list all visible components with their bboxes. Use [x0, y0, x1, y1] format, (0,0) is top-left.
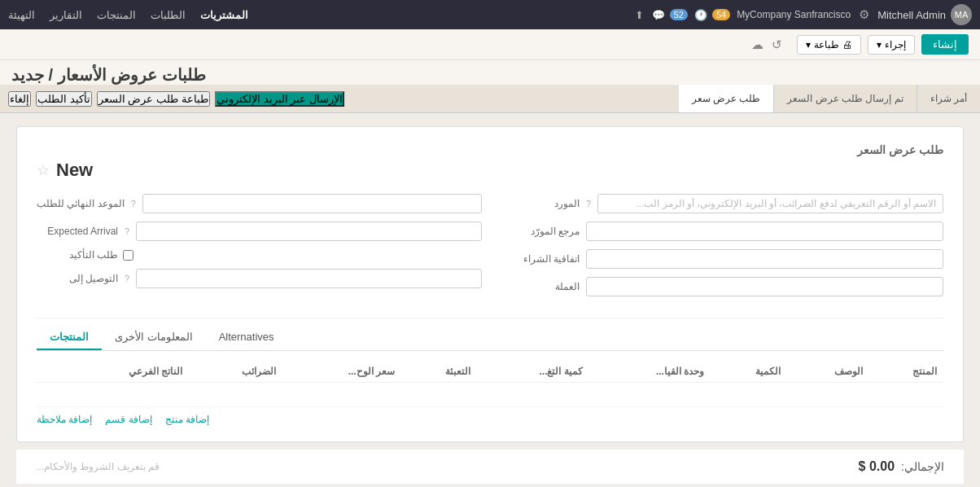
breadcrumb-purchase-order[interactable]: أمر شراء — [917, 85, 980, 112]
tab-products[interactable]: المنتجات — [37, 325, 102, 350]
print-rfq-button[interactable]: طباعة طلب عرض السعر — [97, 91, 210, 107]
top-navigation: MA Mitchell Admin ⚙ MyCompany Sanfrancis… — [0, 0, 980, 29]
send-email-button[interactable]: الإرسال عبر البريد الإلكتروني — [215, 91, 344, 107]
col-actions — [37, 361, 56, 383]
clock-icon: 🕐 — [694, 9, 707, 21]
deliver-to-row: YourCompany: AWSPY ? التوصيل إلى — [37, 269, 482, 288]
total-label: الإجمالي: — [901, 460, 944, 473]
tab-other-info[interactable]: المعلومات الأخرى — [102, 325, 206, 350]
breadcrumb-action-row: أمر شراء تم إرسال طلب عرض السعر طلب عرض … — [0, 85, 980, 113]
deliver-to-label: التوصيل إلى — [37, 273, 118, 284]
vendor-label: المورد — [498, 198, 580, 209]
col-qty-received: كمية التغ... — [477, 361, 589, 383]
tabs-nav: المنتجات المعلومات الأخرى Alternatives — [37, 325, 943, 351]
deliver-help-icon[interactable]: ? — [125, 274, 129, 283]
confirm-order-button[interactable]: تأكيد الطلب — [36, 91, 92, 107]
toolbar: إنشاء إجراء ▾ 🖨 طباعة ▾ ↺ ☁ — [0, 29, 980, 60]
cancel-button[interactable]: إلغاء — [8, 91, 31, 107]
breadcrumb-sent-rfq[interactable]: تم إرسال طلب عرض السعر — [773, 85, 916, 112]
add-section-link[interactable]: إضافة قسم — [105, 414, 151, 425]
badge-chat[interactable]: 52 — [670, 9, 688, 20]
cloud-icon[interactable]: ☁ — [751, 37, 763, 52]
chevron-down-icon: ▾ — [877, 39, 882, 50]
currency-field-row: USD العملة — [498, 277, 943, 296]
total-value: 0.00 $ — [859, 459, 895, 474]
badge-activity[interactable]: 54 — [712, 9, 730, 20]
ask-confirmation-row: طلب التأكيد — [37, 249, 482, 261]
favorite-star-icon[interactable]: ☆ — [37, 161, 50, 179]
settings-icon[interactable]: ⚙ — [859, 7, 869, 22]
deadline-field-row: ٣١ أكتوبر ٢٠٢٢ ٠٦:١١:٥٨ ? الموعد النهائي… — [37, 194, 482, 213]
form-name-row: New ☆ — [37, 160, 943, 181]
user-avatar: MA — [951, 4, 972, 25]
col-subtotal: الناتج الفرعي — [56, 361, 189, 383]
menu-reports[interactable]: التقارير — [50, 9, 82, 21]
arrival-help-icon[interactable]: ? — [125, 226, 129, 236]
add-links: إضافة منتج إضافة قسم إضافة ملاحظة — [37, 414, 943, 425]
user-info[interactable]: MA Mitchell Admin — [877, 4, 972, 25]
form-footer: الإجمالي: 0.00 $ قم بتعريف الشروط والأحك… — [16, 449, 964, 484]
create-button[interactable]: إنشاء — [921, 34, 969, 55]
deadline-label: الموعد النهائي للطلب — [37, 198, 125, 209]
menu-products[interactable]: المنتجات — [97, 9, 136, 21]
breadcrumb-bar: أمر شراء تم إرسال طلب عرض السعر طلب عرض … — [352, 85, 980, 112]
ask-confirmation-label: طلب التأكيد — [37, 249, 118, 261]
chat-icon: 💬 — [652, 9, 665, 21]
footer-terms: قم بتعريف الشروط والأحكام... — [36, 461, 160, 472]
user-name: Mitchell Admin — [877, 9, 946, 21]
vendor-field-row: ? المورد — [498, 194, 943, 213]
currency-input[interactable]: USD — [586, 277, 943, 296]
currency-label: العملة — [498, 281, 580, 292]
vendor-ref-input[interactable] — [586, 222, 943, 241]
form-fields: ? المورد مرجع المورّد اتفاقية الشراء USD… — [37, 194, 943, 305]
add-note-link[interactable]: إضافة ملاحظة — [37, 414, 92, 425]
form-document-title: طلب عرض السعر — [37, 143, 943, 156]
toolbar-extra-icons: ↺ ☁ — [751, 37, 782, 52]
add-product-link[interactable]: إضافة منتج — [165, 414, 209, 425]
main-menu: المشتريات الطلبات المنتجات التقارير الته… — [8, 9, 248, 21]
col-unit-price: سعر الوح... — [282, 361, 401, 383]
col-description: الوصف — [787, 361, 869, 383]
breadcrumb-rfq[interactable]: طلب عرض سعر — [679, 85, 774, 112]
menu-config[interactable]: التهيئة — [8, 9, 35, 21]
col-uom: وحدة القيا... — [589, 361, 711, 383]
form-document-name: New — [56, 160, 93, 181]
undo-icon[interactable]: ↺ — [772, 37, 782, 52]
print-button[interactable]: 🖨 طباعة ▾ — [797, 35, 861, 55]
tab-alternatives[interactable]: Alternatives — [206, 325, 287, 350]
upload-icon[interactable]: ⬆ — [635, 9, 644, 21]
menu-purchases[interactable]: المشتريات — [200, 9, 248, 21]
company-name: MyCompany Sanfrancisco — [737, 9, 851, 20]
deliver-to-input[interactable]: YourCompany: AWSPY — [136, 269, 482, 288]
col-packaging: التعبئة — [401, 361, 477, 383]
action-buttons: الإرسال عبر البريد الإلكتروني طباعة طلب … — [0, 85, 352, 112]
purchase-agreement-label: اتفاقية الشراء — [498, 253, 580, 265]
deadline-input[interactable]: ٣١ أكتوبر ٢٠٢٢ ٠٦:١١:٥٨ — [142, 194, 482, 213]
expected-arrival-label: Expected Arrival — [37, 226, 118, 237]
col-taxes: الضرائب — [189, 361, 282, 383]
form-col-right: ? المورد مرجع المورّد اتفاقية الشراء USD… — [498, 194, 943, 305]
form-card: طلب عرض السعر New ☆ ? المورد مرجع المورّ… — [16, 126, 964, 442]
form-col-left: ٣١ أكتوبر ٢٠٢٢ ٠٦:١١:٥٨ ? الموعد النهائي… — [37, 194, 482, 305]
print-label: طباعة — [814, 39, 839, 50]
empty-table-row — [37, 383, 943, 407]
col-quantity: الكمية — [711, 361, 786, 383]
expected-arrival-row: ? Expected Arrival — [37, 222, 482, 241]
chevron-down-icon-2: ▾ — [806, 39, 811, 50]
vendor-input[interactable] — [597, 194, 943, 213]
action-label: إجراء — [885, 39, 906, 50]
tabs-area: المنتجات المعلومات الأخرى Alternatives ا… — [37, 318, 943, 425]
deadline-help-icon[interactable]: ? — [131, 199, 136, 208]
expected-arrival-input[interactable] — [136, 222, 482, 241]
page-title: طلبات عروض الأسعار / جديد — [11, 65, 206, 85]
ask-confirmation-checkbox[interactable] — [123, 250, 133, 261]
purchase-agreement-row: اتفاقية الشراء — [498, 249, 943, 269]
purchase-agreement-input[interactable] — [586, 249, 943, 269]
printer-icon: 🖨 — [842, 39, 852, 50]
products-table: المنتج الوصف الكمية وحدة القيا... كمية ا… — [37, 361, 943, 407]
menu-orders[interactable]: الطلبات — [151, 9, 186, 21]
action-button[interactable]: إجراء ▾ — [868, 35, 915, 55]
vendor-help-icon[interactable]: ? — [586, 199, 591, 208]
main-content: طلب عرض السعر New ☆ ? المورد مرجع المورّ… — [0, 113, 980, 487]
ask-confirmation-checkbox-container: طلب التأكيد — [37, 249, 133, 261]
